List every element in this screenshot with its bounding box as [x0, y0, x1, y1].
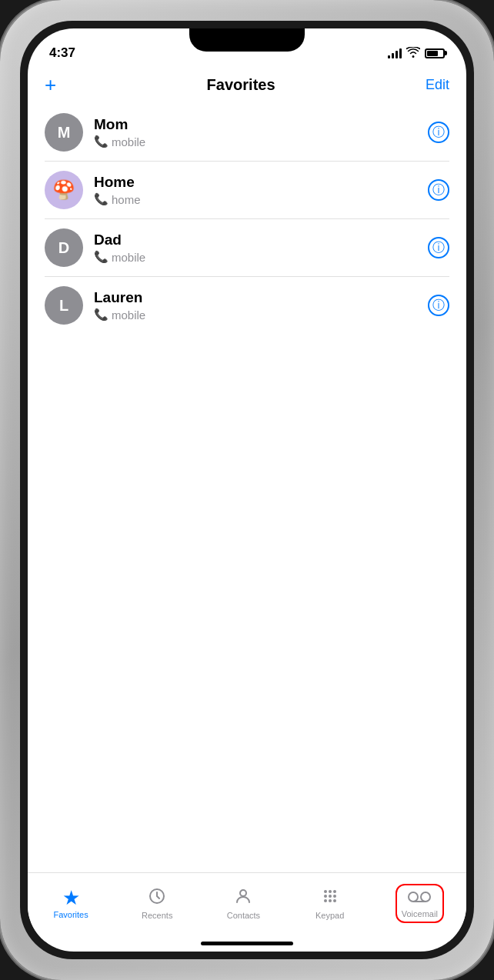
contact-type-dad: 📞 mobile [94, 250, 428, 264]
person-icon [234, 887, 252, 908]
tab-recents[interactable]: Recents [130, 884, 184, 923]
tab-recents-label: Recents [142, 911, 172, 920]
phone-frame: 4:37 [0, 0, 494, 980]
clock-icon [148, 887, 166, 908]
svg-point-3 [329, 890, 332, 893]
tab-voicemail-label: Voicemail [402, 909, 438, 918]
info-button-lauren[interactable]: ⓘ [428, 295, 449, 316]
edit-button[interactable]: Edit [426, 77, 449, 93]
contact-type-label-lauren: mobile [112, 308, 145, 322]
svg-point-11 [409, 892, 418, 902]
tab-keypad[interactable]: Keypad [303, 884, 357, 923]
contact-row-home[interactable]: 🍄 Home 📞 home ⓘ [45, 162, 449, 219]
notch [189, 28, 305, 52]
svg-point-4 [333, 890, 336, 893]
avatar-lauren: L [45, 286, 83, 325]
svg-point-6 [329, 895, 332, 898]
voicemail-highlight: Voicemail [396, 884, 444, 923]
phone-glyph-mom: 📞 [94, 135, 108, 148]
contact-type-label-home: home [112, 193, 141, 206]
avatar-mom: M [45, 113, 83, 152]
svg-point-12 [421, 892, 430, 902]
svg-point-2 [324, 890, 327, 893]
tab-keypad-label: Keypad [315, 911, 344, 920]
svg-point-9 [329, 899, 332, 902]
contact-info-home: Home 📞 home [94, 174, 428, 206]
status-icons [388, 47, 445, 60]
status-bar: 4:37 [28, 28, 466, 67]
add-button[interactable]: + [45, 75, 56, 95]
contact-row-mom[interactable]: M Mom 📞 mobile ⓘ [45, 104, 449, 162]
contact-name-home: Home [94, 174, 428, 191]
contact-name-dad: Dad [94, 232, 428, 248]
tab-bar: ★ Favorites Recents [28, 872, 466, 942]
contact-type-mom: 📞 mobile [94, 135, 428, 148]
phone-glyph-home: 📞 [94, 192, 108, 206]
contact-type-label-dad: mobile [112, 251, 145, 264]
tab-favorites-label: Favorites [53, 910, 88, 919]
svg-point-8 [324, 899, 327, 902]
favorites-list: M Mom 📞 mobile ⓘ 🍄 Home [28, 104, 466, 872]
svg-point-7 [333, 895, 336, 898]
signal-bars-icon [388, 48, 402, 58]
info-button-home[interactable]: ⓘ [428, 179, 449, 201]
info-button-dad[interactable]: ⓘ [428, 237, 449, 258]
avatar-home: 🍄 [45, 171, 83, 209]
contact-type-label-mom: mobile [112, 135, 145, 148]
phone-inner: 4:37 [20, 21, 474, 959]
info-button-mom[interactable]: ⓘ [428, 122, 449, 143]
svg-point-10 [333, 899, 336, 902]
phone-glyph-dad: 📞 [94, 250, 108, 264]
contact-name-lauren: Lauren [94, 289, 428, 306]
star-icon: ★ [62, 888, 80, 908]
phone-glyph-lauren: 📞 [94, 308, 108, 322]
page-title: Favorites [207, 76, 275, 94]
home-indicator [201, 942, 293, 945]
contact-row-dad[interactable]: D Dad 📞 mobile ⓘ [45, 219, 449, 277]
wifi-icon [406, 47, 420, 60]
tab-favorites[interactable]: ★ Favorites [44, 885, 98, 922]
contact-row-lauren[interactable]: L Lauren 📞 mobile ⓘ [45, 277, 449, 334]
status-time: 4:37 [49, 45, 75, 61]
contact-info-dad: Dad 📞 mobile [94, 232, 428, 264]
keypad-icon [321, 887, 339, 908]
contact-type-lauren: 📞 mobile [94, 308, 428, 322]
avatar-dad: D [45, 228, 83, 267]
svg-point-5 [324, 895, 327, 898]
contact-info-mom: Mom 📞 mobile [94, 116, 428, 148]
contact-name-mom: Mom [94, 116, 428, 133]
tab-contacts-label: Contacts [227, 911, 260, 920]
header: + Favorites Edit [28, 67, 466, 104]
svg-point-1 [240, 890, 246, 896]
tab-voicemail[interactable]: Voicemail [389, 881, 450, 926]
screen: 4:37 [28, 28, 466, 952]
tab-contacts[interactable]: Contacts [216, 884, 270, 923]
voicemail-icon [408, 888, 431, 907]
contact-info-lauren: Lauren 📞 mobile [94, 289, 428, 322]
contact-type-home: 📞 home [94, 192, 428, 206]
battery-icon [425, 48, 445, 58]
